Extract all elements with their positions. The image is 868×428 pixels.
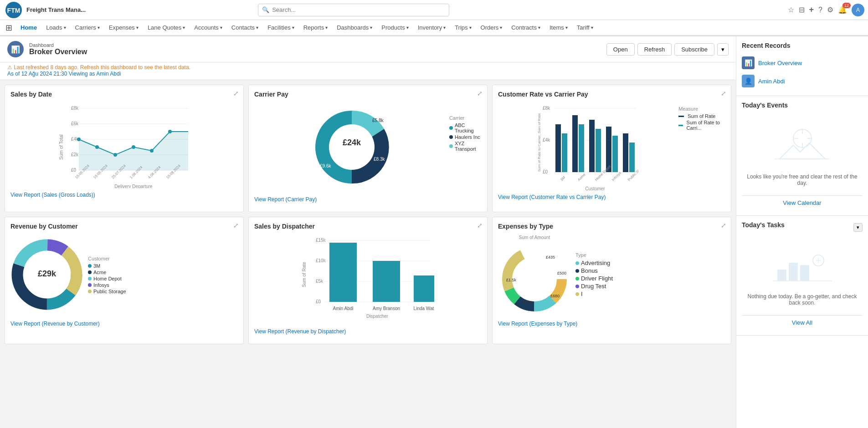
amin-abdi-link[interactable]: Amin Abdi [758,78,785,85]
nav-item-contacts[interactable]: Contacts ▾ [227,20,263,36]
recent-records-section: Recent Records 📊 Broker Overview 👤 Amin … [736,36,868,96]
carrier-pay-expand-icon[interactable]: ⤢ [477,90,483,97]
svg-text:Delivery Departure: Delivery Departure [114,184,153,188]
dashboard-title: Broker Overview [29,48,606,56]
subscribe-button[interactable]: Subscribe [674,43,714,56]
customer-rate-legend: Measure Sum of Rate Sum of Rate to Carri… [678,102,725,132]
info-message: As of 12 Ağu 2024 21:30 Viewing as Amin … [7,71,729,77]
actions-dropdown[interactable]: ▾ [717,43,729,56]
nav-item-tariff[interactable]: Tariff ▾ [572,20,598,36]
expenses-by-type-title: Expenses by Type [498,223,725,230]
view-all-tasks-link[interactable]: View All [742,315,863,330]
notifications-icon[interactable]: 🔔12 [838,5,847,14]
today-tasks-empty: Nothing due today. Be a go-getter, and c… [742,233,863,315]
svg-text:Sum of Rate to Carrier, Sum of: Sum of Rate to Carrier, Sum of Rate [538,113,541,172]
search-input[interactable] [272,6,445,13]
broker-overview-icon: 📊 [742,56,755,69]
today-events-empty: Looks like you're free and clear the res… [742,113,863,195]
carrier-pay-report-link[interactable]: View Report (Carrier Pay) [254,196,482,203]
sales-by-date-report-link[interactable]: View Report (Sales (Gross Loads)) [10,192,238,198]
expenses-by-type-report-link[interactable]: View Report (Expenses by Type) [498,321,725,327]
svg-text:£0: £0 [71,168,77,173]
nav-item-dashboards[interactable]: Dashboards ▾ [332,20,377,36]
svg-point-18 [150,149,154,153]
nav-item-products[interactable]: Products ▾ [377,20,413,36]
carrier-pay-legend: Carrier ABC Trucking Haulers Inc XYZ Tra… [449,102,482,153]
nav-item-loads[interactable]: Loads ▾ [41,20,70,36]
app-logo[interactable]: FTM [4,0,24,20]
svg-text:£1.5k: £1.5k [506,278,517,282]
refresh-button[interactable]: Refresh [637,43,672,56]
svg-rect-46 [612,136,618,172]
search-bar[interactable]: 🔍 [258,4,449,16]
sales-by-dispatcher-expand-icon[interactable]: ⤢ [477,222,483,229]
tasks-dropdown-button[interactable]: ▾ [853,223,863,232]
revenue-by-customer-chart: £29k [10,234,83,317]
svg-text:Dispatcher: Dispatcher [366,314,388,319]
svg-text:£5.8k: £5.8k [372,118,384,123]
revenue-by-customer-report-link[interactable]: View Report (Revenue by Customer) [10,321,238,327]
app-name: Freight Trans Mana... [26,6,86,13]
sales-by-dispatcher-report-link[interactable]: View Report (Revenue by Dispatcher) [254,328,482,335]
svg-point-17 [132,145,135,149]
svg-rect-43 [589,120,595,172]
svg-text:£2k: £2k [71,152,79,157]
svg-text:£9.6k: £9.6k [320,163,331,168]
nav-item-home[interactable]: Home [16,20,41,36]
recent-record-amin-abdi[interactable]: 👤 Amin Abdi [742,72,863,90]
svg-point-19 [168,130,172,133]
avatar[interactable]: A [852,4,864,16]
revenue-by-customer-card: Revenue by Customer ⤢ [5,217,244,344]
svg-rect-98 [777,270,786,281]
svg-point-16 [113,153,117,157]
today-events-empty-message: Looks like you're free and clear the res… [746,173,858,186]
svg-text:Sum of Total: Sum of Total [59,134,64,159]
nav-item-inventory[interactable]: Inventory ▾ [413,20,450,36]
nav-item-items[interactable]: Items ▾ [545,20,572,36]
amin-abdi-icon: 👤 [742,75,755,87]
expand-icon[interactable]: ⤢ [233,90,239,97]
svg-point-85 [514,258,555,300]
customer-rate-expand-icon[interactable]: ⤢ [721,90,726,97]
nav-item-accounts[interactable]: Accounts ▾ [190,20,226,36]
settings-icon[interactable]: ⚙ [827,5,833,14]
dashboard-icon: 📊 [7,41,24,57]
help-icon[interactable]: ? [818,6,822,14]
revenue-by-customer-expand-icon[interactable]: ⤢ [233,222,239,229]
nav-item-orders[interactable]: Orders ▾ [476,20,507,36]
broker-overview-link[interactable]: Broker Overview [758,60,802,66]
svg-rect-42 [579,124,584,172]
warn-message: ⚠ Last refreshed 8 days ago. Refresh thi… [7,64,729,71]
dashboard-header: 📊 Dashboard Broker Overview Open Refresh… [0,36,736,62]
expenses-by-type-expand-icon[interactable]: ⤢ [721,222,726,229]
nav-item-expenses[interactable]: Expenses ▾ [104,20,143,36]
nav-bar: ⊞ Home Loads ▾ Carriers ▾ Expenses ▾ Lan… [0,20,868,36]
open-button[interactable]: Open [606,43,635,56]
svg-rect-48 [629,143,635,172]
nav-apps-icon[interactable]: ⊞ [2,23,16,33]
nav-item-carriers[interactable]: Carriers ▾ [71,20,104,36]
svg-text:Amy Branson: Amy Branson [372,306,400,311]
today-events-title: Today's Events [742,102,863,109]
recent-icon[interactable]: ⊟ [799,5,805,14]
nav-item-contracts[interactable]: Contracts ▾ [507,20,545,36]
nav-item-facilities[interactable]: Facilities ▾ [263,20,299,36]
add-icon[interactable]: + [809,5,814,15]
view-calendar-link[interactable]: View Calendar [742,195,863,210]
today-events-section: Today's Events Looks like you're free an… [736,96,868,216]
star-icon[interactable]: ☆ [788,5,794,14]
events-empty-icon [746,122,858,170]
dashboard-title-group: Dashboard Broker Overview [29,42,606,56]
nav-item-reports[interactable]: Reports ▾ [299,20,333,36]
today-tasks-section: Today's Tasks ▾ Nothing due today. Be a [736,216,868,336]
nav-item-trips[interactable]: Trips ▾ [450,20,476,36]
customer-rate-chart: £8k £4k £0 [498,102,678,190]
carrier-pay-card: Carrier Pay ⤢ Sum of Rate to Carrier [248,85,488,212]
tasks-empty-icon [746,242,858,290]
recent-record-broker-overview[interactable]: 📊 Broker Overview [742,54,863,72]
customer-rate-report-link[interactable]: View Report (Customer Rate vs Carrier Pa… [498,194,725,200]
nav-item-lane-quotes[interactable]: Lane Quotes ▾ [143,20,190,36]
svg-rect-99 [789,263,798,281]
svg-text:Infosys: Infosys [611,171,622,182]
svg-rect-47 [623,133,628,172]
